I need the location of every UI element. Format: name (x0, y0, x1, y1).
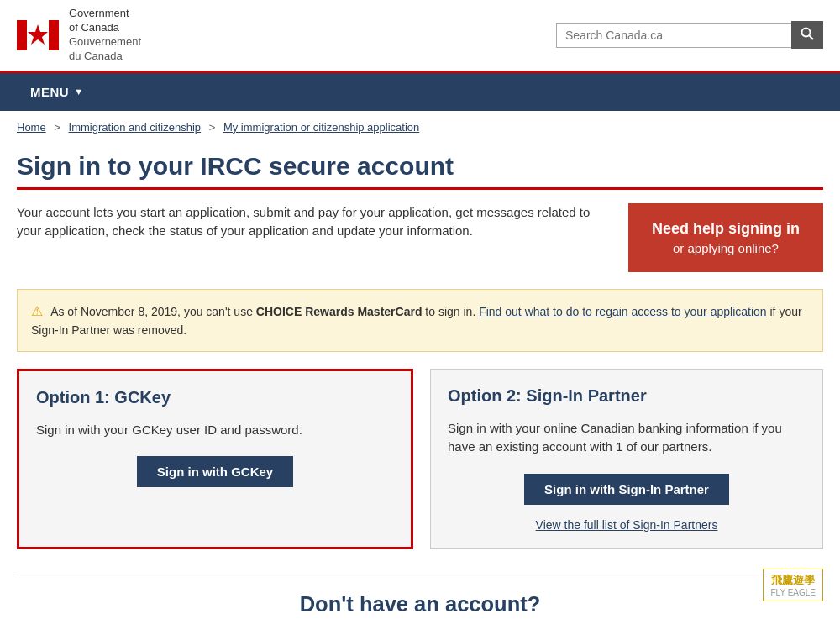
view-partners-link[interactable]: View the full list of Sign-In Partners (448, 518, 806, 532)
svg-rect-0 (17, 20, 27, 50)
search-icon (801, 27, 814, 40)
option2-box: Option 2: Sign-In Partner Sign in with y… (430, 369, 823, 549)
help-signing-in-button[interactable]: Need help signing in or applying online? (628, 203, 823, 272)
breadcrumb-immigration[interactable]: Immigration and citizenship (69, 121, 202, 134)
menu-button[interactable]: MENU ▼ (17, 73, 97, 111)
help-button-sub: or applying online? (652, 239, 800, 257)
chevron-down-icon: ▼ (74, 87, 83, 97)
breadcrumb-home[interactable]: Home (17, 121, 46, 134)
search-input[interactable] (556, 23, 791, 48)
svg-line-5 (810, 36, 814, 40)
signin-partner-button[interactable]: Sign in with Sign-In Partner (524, 474, 729, 505)
breadcrumb-current[interactable]: My immigration or citizenship applicatio… (223, 121, 419, 134)
canada-flag-icon (17, 20, 59, 50)
warning-link[interactable]: Find out what to do to regain access to … (479, 305, 766, 318)
government-logo: Government of Canada Gouvernement du Can… (17, 7, 141, 64)
intro-section: Your account lets you start an applicati… (17, 203, 823, 272)
warning-icon: ⚠ (31, 304, 43, 318)
main-content: Sign in to your IRCC secure account Your… (0, 144, 840, 635)
gckey-signin-button[interactable]: Sign in with GCKey (137, 456, 293, 487)
page-title: Sign in to your IRCC secure account (17, 152, 823, 190)
account-description: Your account lets you start an applicati… (17, 203, 595, 241)
search-button[interactable] (791, 21, 823, 49)
option2-description: Sign in with your online Canadian bankin… (448, 419, 806, 457)
site-header: Government of Canada Gouvernement du Can… (0, 0, 840, 73)
watermark: 飛鷹遊學 FLY EAGLE (763, 569, 823, 601)
svg-point-4 (802, 29, 811, 37)
warning-text-middle: to sign in. (425, 305, 479, 318)
breadcrumb-sep-1: > (54, 121, 60, 134)
option1-description: Sign in with your GCKey user ID and pass… (36, 421, 394, 440)
watermark-main: 飛鷹遊學 (771, 574, 815, 586)
warning-bold: CHOICE Rewards MasterCard (256, 305, 423, 318)
menu-label: MENU (30, 85, 69, 99)
option1-box: Option 1: GCKey Sign in with your GCKey … (17, 369, 413, 549)
warning-banner: ⚠ As of November 8, 2019, you can't use … (17, 289, 823, 352)
breadcrumb: Home > Immigration and citizenship > My … (0, 111, 840, 144)
dont-have-account-title: Don't have an account? (300, 592, 541, 616)
watermark-sub: FLY EAGLE (770, 588, 816, 597)
nav-bar: MENU ▼ (0, 73, 840, 111)
breadcrumb-sep-2: > (209, 121, 216, 134)
option2-title: Option 2: Sign-In Partner (448, 386, 806, 406)
option1-title: Option 1: GCKey (36, 388, 394, 407)
government-name: Government of Canada Gouvernement du Can… (69, 7, 141, 64)
options-row: Option 1: GCKey Sign in with your GCKey … (17, 369, 823, 549)
help-button-main: Need help signing in (652, 220, 800, 237)
search-container (556, 21, 823, 49)
dont-have-account-section: Don't have an account? (17, 575, 823, 633)
svg-rect-1 (49, 20, 59, 50)
warning-text-before: As of November 8, 2019, you can't use (50, 305, 256, 318)
